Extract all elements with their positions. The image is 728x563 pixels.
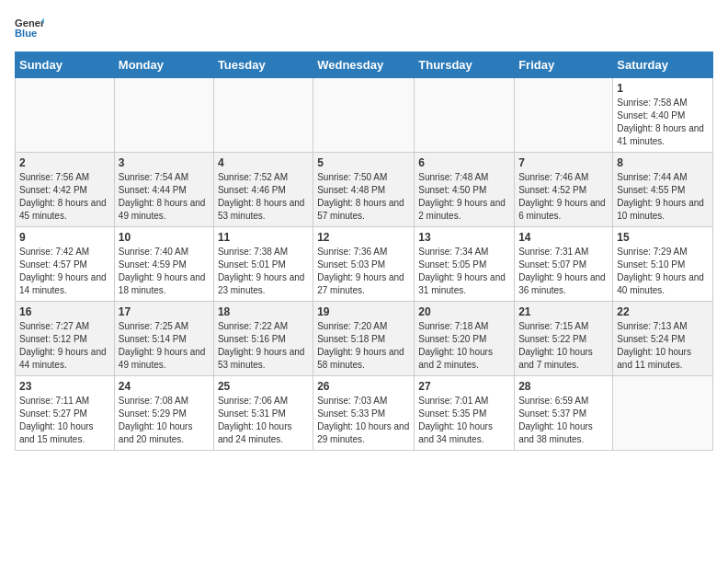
calendar-week-0: 1Sunrise: 7:58 AM Sunset: 4:40 PM Daylig… <box>16 78 713 153</box>
calendar: SundayMondayTuesdayWednesdayThursdayFrid… <box>15 52 713 451</box>
calendar-cell: 7Sunrise: 7:46 AM Sunset: 4:52 PM Daylig… <box>515 153 613 227</box>
calendar-cell <box>613 376 713 451</box>
day-number: 12 <box>317 231 410 244</box>
day-number: 28 <box>518 380 609 393</box>
day-number: 2 <box>19 156 110 169</box>
calendar-cell: 22Sunrise: 7:13 AM Sunset: 5:24 PM Dayli… <box>613 302 713 376</box>
day-info: Sunrise: 7:18 AM Sunset: 5:20 PM Dayligh… <box>418 320 510 372</box>
calendar-cell: 17Sunrise: 7:25 AM Sunset: 5:14 PM Dayli… <box>114 302 213 376</box>
day-info: Sunrise: 7:54 AM Sunset: 4:44 PM Dayligh… <box>119 171 210 223</box>
day-number: 3 <box>119 156 210 169</box>
day-info: Sunrise: 7:08 AM Sunset: 5:29 PM Dayligh… <box>119 395 210 446</box>
day-info: Sunrise: 7:34 AM Sunset: 5:05 PM Dayligh… <box>418 246 510 297</box>
calendar-cell: 11Sunrise: 7:38 AM Sunset: 5:01 PM Dayli… <box>213 227 313 302</box>
calendar-cell: 23Sunrise: 7:11 AM Sunset: 5:27 PM Dayli… <box>16 376 115 451</box>
day-info: Sunrise: 7:56 AM Sunset: 4:42 PM Dayligh… <box>19 171 110 223</box>
calendar-cell: 25Sunrise: 7:06 AM Sunset: 5:31 PM Dayli… <box>213 376 313 451</box>
calendar-cell: 1Sunrise: 7:58 AM Sunset: 4:40 PM Daylig… <box>613 78 713 153</box>
day-info: Sunrise: 7:38 AM Sunset: 5:01 PM Dayligh… <box>218 246 309 297</box>
weekday-header-row: SundayMondayTuesdayWednesdayThursdayFrid… <box>16 52 713 78</box>
day-number: 1 <box>617 82 709 95</box>
day-info: Sunrise: 7:58 AM Sunset: 4:40 PM Dayligh… <box>617 97 709 148</box>
day-info: Sunrise: 7:06 AM Sunset: 5:31 PM Dayligh… <box>218 395 309 446</box>
svg-text:Blue: Blue <box>15 28 37 39</box>
calendar-cell: 14Sunrise: 7:31 AM Sunset: 5:07 PM Dayli… <box>515 227 613 302</box>
calendar-cell <box>415 78 515 153</box>
calendar-cell: 28Sunrise: 6:59 AM Sunset: 5:37 PM Dayli… <box>515 376 613 451</box>
day-info: Sunrise: 7:42 AM Sunset: 4:57 PM Dayligh… <box>19 246 110 297</box>
day-info: Sunrise: 7:29 AM Sunset: 5:10 PM Dayligh… <box>617 246 709 297</box>
svg-text:General: General <box>15 17 44 29</box>
day-info: Sunrise: 7:27 AM Sunset: 5:12 PM Dayligh… <box>19 320 110 372</box>
day-number: 9 <box>19 231 110 244</box>
day-info: Sunrise: 7:52 AM Sunset: 4:46 PM Dayligh… <box>218 171 309 223</box>
day-number: 18 <box>218 305 309 318</box>
weekday-header-tuesday: Tuesday <box>213 52 313 78</box>
day-number: 14 <box>518 231 609 244</box>
day-info: Sunrise: 7:50 AM Sunset: 4:48 PM Dayligh… <box>317 171 410 223</box>
calendar-week-4: 23Sunrise: 7:11 AM Sunset: 5:27 PM Dayli… <box>16 376 713 451</box>
day-number: 6 <box>418 156 510 169</box>
calendar-week-2: 9Sunrise: 7:42 AM Sunset: 4:57 PM Daylig… <box>16 227 713 302</box>
day-number: 7 <box>518 156 609 169</box>
day-info: Sunrise: 7:03 AM Sunset: 5:33 PM Dayligh… <box>317 395 410 446</box>
day-number: 8 <box>617 156 709 169</box>
calendar-cell: 15Sunrise: 7:29 AM Sunset: 5:10 PM Dayli… <box>613 227 713 302</box>
header: General Blue <box>15 15 713 40</box>
weekday-header-saturday: Saturday <box>613 52 713 78</box>
day-info: Sunrise: 7:44 AM Sunset: 4:55 PM Dayligh… <box>617 171 709 223</box>
day-number: 27 <box>418 380 510 393</box>
calendar-cell: 26Sunrise: 7:03 AM Sunset: 5:33 PM Dayli… <box>313 376 415 451</box>
calendar-cell: 16Sunrise: 7:27 AM Sunset: 5:12 PM Dayli… <box>16 302 115 376</box>
calendar-week-1: 2Sunrise: 7:56 AM Sunset: 4:42 PM Daylig… <box>16 153 713 227</box>
calendar-cell: 19Sunrise: 7:20 AM Sunset: 5:18 PM Dayli… <box>313 302 415 376</box>
day-number: 17 <box>119 305 210 318</box>
calendar-cell: 13Sunrise: 7:34 AM Sunset: 5:05 PM Dayli… <box>415 227 515 302</box>
calendar-cell: 4Sunrise: 7:52 AM Sunset: 4:46 PM Daylig… <box>213 153 313 227</box>
calendar-cell: 6Sunrise: 7:48 AM Sunset: 4:50 PM Daylig… <box>415 153 515 227</box>
calendar-cell: 21Sunrise: 7:15 AM Sunset: 5:22 PM Dayli… <box>515 302 613 376</box>
day-info: Sunrise: 7:46 AM Sunset: 4:52 PM Dayligh… <box>518 171 609 223</box>
day-info: Sunrise: 7:40 AM Sunset: 4:59 PM Dayligh… <box>119 246 210 297</box>
weekday-header-wednesday: Wednesday <box>313 52 415 78</box>
weekday-header-monday: Monday <box>114 52 213 78</box>
calendar-cell: 5Sunrise: 7:50 AM Sunset: 4:48 PM Daylig… <box>313 153 415 227</box>
calendar-cell <box>515 78 613 153</box>
day-number: 4 <box>218 156 309 169</box>
day-info: Sunrise: 7:25 AM Sunset: 5:14 PM Dayligh… <box>119 320 210 372</box>
day-number: 21 <box>518 305 609 318</box>
calendar-cell <box>213 78 313 153</box>
day-number: 13 <box>418 231 510 244</box>
day-info: Sunrise: 7:36 AM Sunset: 5:03 PM Dayligh… <box>317 246 410 297</box>
calendar-cell: 18Sunrise: 7:22 AM Sunset: 5:16 PM Dayli… <box>213 302 313 376</box>
day-number: 26 <box>317 380 410 393</box>
day-number: 24 <box>119 380 210 393</box>
calendar-cell: 9Sunrise: 7:42 AM Sunset: 4:57 PM Daylig… <box>16 227 115 302</box>
day-number: 23 <box>19 380 110 393</box>
day-number: 20 <box>418 305 510 318</box>
day-number: 22 <box>617 305 709 318</box>
calendar-cell: 27Sunrise: 7:01 AM Sunset: 5:35 PM Dayli… <box>415 376 515 451</box>
calendar-cell <box>16 78 115 153</box>
day-number: 15 <box>617 231 709 244</box>
calendar-cell: 8Sunrise: 7:44 AM Sunset: 4:55 PM Daylig… <box>613 153 713 227</box>
calendar-cell: 2Sunrise: 7:56 AM Sunset: 4:42 PM Daylig… <box>16 153 115 227</box>
day-info: Sunrise: 7:31 AM Sunset: 5:07 PM Dayligh… <box>518 246 609 297</box>
calendar-cell <box>313 78 415 153</box>
day-number: 19 <box>317 305 410 318</box>
logo: General Blue <box>15 15 44 40</box>
calendar-cell: 24Sunrise: 7:08 AM Sunset: 5:29 PM Dayli… <box>114 376 213 451</box>
calendar-cell: 12Sunrise: 7:36 AM Sunset: 5:03 PM Dayli… <box>313 227 415 302</box>
day-info: Sunrise: 7:48 AM Sunset: 4:50 PM Dayligh… <box>418 171 510 223</box>
day-info: Sunrise: 7:01 AM Sunset: 5:35 PM Dayligh… <box>418 395 510 446</box>
calendar-cell: 3Sunrise: 7:54 AM Sunset: 4:44 PM Daylig… <box>114 153 213 227</box>
day-info: Sunrise: 7:15 AM Sunset: 5:22 PM Dayligh… <box>518 320 609 372</box>
day-info: Sunrise: 6:59 AM Sunset: 5:37 PM Dayligh… <box>518 395 609 446</box>
calendar-cell <box>114 78 213 153</box>
weekday-header-thursday: Thursday <box>415 52 515 78</box>
calendar-cell: 20Sunrise: 7:18 AM Sunset: 5:20 PM Dayli… <box>415 302 515 376</box>
day-info: Sunrise: 7:22 AM Sunset: 5:16 PM Dayligh… <box>218 320 309 372</box>
weekday-header-friday: Friday <box>515 52 613 78</box>
calendar-cell: 10Sunrise: 7:40 AM Sunset: 4:59 PM Dayli… <box>114 227 213 302</box>
logo-icon: General Blue <box>15 15 44 40</box>
